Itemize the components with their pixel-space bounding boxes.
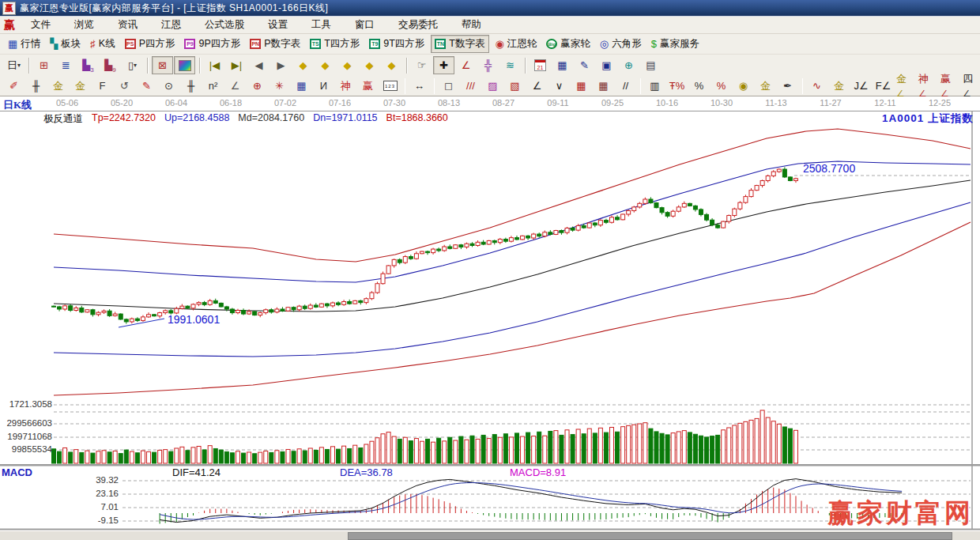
n-square-button[interactable]: n² [202,77,224,95]
wave-tool-button[interactable]: ≋ [499,56,521,74]
angle-lines-button[interactable]: ∠ [526,77,548,95]
ying-tool-button[interactable]: 赢 [357,77,379,95]
t-square-icon: TS [310,39,321,49]
menu-item-0[interactable]: 文件 [31,18,51,32]
zoom-out-button[interactable]: ◆ [381,56,402,74]
gann-wheel-button[interactable]: ◉江恩轮 [492,36,541,52]
nav-first-button[interactable]: |◀ [204,56,225,74]
chart-window-button[interactable]: ⊞ [33,56,55,74]
barcode-tool-button[interactable]: ▥ [644,77,665,95]
gold-ruler-2-button[interactable]: 金 [70,77,91,95]
notes-button[interactable]: ✎ [574,56,595,74]
menu-item-1[interactable]: 浏览 [74,18,94,32]
menu-item-7[interactable]: 窗口 [355,18,375,32]
zoom-in-button[interactable]: ◆ [359,56,380,74]
hexagon-button[interactable]: ◎六角形 [597,36,645,52]
percent-button[interactable]: % [688,77,710,95]
gold-line-icon: 金 [760,79,771,93]
pane-grid-button[interactable]: ⊠ [152,56,173,74]
gold-line-button[interactable]: 金 [755,77,776,95]
hand-tool-button[interactable]: ☞ [411,56,432,74]
calculator-button[interactable]: ▦ [552,56,573,74]
info-panel-button[interactable]: ≣ [55,56,77,74]
shen-tool-button[interactable]: 神 [335,77,356,95]
spider-web-button[interactable]: ✳ [269,77,290,95]
save-button[interactable]: ▣ [596,56,617,74]
menu-item-6[interactable]: 工具 [311,18,331,32]
angle-si-button[interactable]: 四∠ [961,77,980,95]
crosshair-tool-button[interactable]: ✚ [433,56,454,74]
f-ruler-button[interactable]: F [92,77,113,95]
zoom-both-button[interactable]: ◆ [337,56,358,74]
winner-wheel-label: 赢家轮 [560,37,590,51]
menu-item-5[interactable]: 设置 [268,18,288,32]
9t-square-button[interactable]: T99T四方形 [366,36,428,52]
wave-a-button[interactable]: ∿ [806,77,827,95]
t-number-table-button[interactable]: TNT数字表 [431,35,488,53]
menu-item-3[interactable]: 江恩 [161,18,181,32]
horizontal-scrollbar[interactable] [0,531,980,540]
squares-3-button[interactable]: ▙3 [77,56,99,74]
angle-j-button[interactable]: J∠ [850,77,872,95]
fan-grid-button[interactable]: ▧ [504,77,526,95]
zoom-left-button[interactable]: ◆ [292,56,314,74]
angle-shen-button[interactable]: 神∠ [917,77,938,95]
zoom-right-button[interactable]: ◆ [315,56,336,74]
grid-red-button[interactable]: ▦ [571,77,592,95]
scrollbar-thumb[interactable] [348,532,952,540]
candle-style-button[interactable]: ▯▾ [122,56,143,74]
period-day-selector-button[interactable]: 日▾ [3,56,24,74]
winner-wheel-button[interactable]: Big赢家轮 [543,36,594,52]
target-circle-button[interactable]: ⊕ [247,77,268,95]
t-square-button[interactable]: TST四方形 [307,36,363,52]
gold-circle-button[interactable]: ◉ [733,77,754,95]
parallel-lines-button[interactable]: // [615,77,636,95]
angle-ying-button[interactable]: 赢∠ [939,77,960,95]
red-pencil-button[interactable]: ✎ [136,77,157,95]
percent-t-button[interactable]: Ŧ% [666,77,688,95]
i-mark-button[interactable]: И [313,77,334,95]
angle-f-button[interactable]: F∠ [873,77,894,95]
p-square-button[interactable]: PSP四方形 [122,36,179,52]
nav-last-button[interactable]: ▶| [226,56,247,74]
export-button[interactable]: ▤ [640,56,662,74]
width-measure-button[interactable]: ↔ [409,77,430,95]
gann-frame-tool-button[interactable]: ╬ [477,56,499,74]
squares-9-button[interactable]: ▙9 [100,56,121,74]
grid-web-button[interactable]: ▦ [291,77,312,95]
box-frame-button[interactable]: ◻ [438,77,459,95]
world-time-button[interactable]: ⊕ [618,56,639,74]
color-chart-button[interactable] [174,56,195,74]
9p-square-button[interactable]: P99P四方形 [181,36,243,52]
menu-item-9[interactable]: 帮助 [462,18,481,32]
menu-item-8[interactable]: 交易委托 [398,18,438,32]
gold-ruler-1-button[interactable]: 金 [47,77,69,95]
p-number-table-button[interactable]: PNP数字表 [247,36,303,52]
draw-pen-button[interactable]: ✐ [3,77,24,95]
menu-item-2[interactable]: 资讯 [118,18,138,32]
menu-item-4[interactable]: 公式选股 [205,18,244,32]
ink-pen-button[interactable]: ✒ [777,77,798,95]
kline-button[interactable]: ♯K线 [87,36,118,52]
ray-fan-button[interactable]: /// [460,77,481,95]
angle-gold-button[interactable]: 金∠ [895,77,916,95]
nav-next-button[interactable]: ▶ [270,56,292,74]
calendar-button[interactable]: 21 [530,56,551,74]
cycle-clock-button[interactable]: ⊙ [158,77,179,95]
percent-line-button[interactable]: % [710,77,732,95]
angle-fan-button[interactable]: ∠ [224,77,246,95]
nav-prev-button[interactable]: ◀ [248,56,270,74]
ruler-123-button[interactable]: 123 [379,77,401,95]
v-lines-button[interactable]: ∨ [548,77,570,95]
fan-magenta-button[interactable]: ▨ [482,77,503,95]
quotes-button[interactable]: ▦行情 [5,36,43,52]
angle-tool-button[interactable]: ∠ [455,56,477,74]
gann-wheel-label: 江恩轮 [507,37,537,51]
ruler-2-button[interactable]: ╫ [180,77,202,95]
grid-arrow-button[interactable]: ▦ [593,77,614,95]
gann-ruler-button[interactable]: ╫ [25,77,47,95]
spiral-tool-button[interactable]: ↺ [114,77,135,95]
sectors-button[interactable]: ▚板块 [47,36,84,52]
gold-box-button[interactable]: 金 [828,77,850,95]
winner-service-button[interactable]: $赢家服务 [648,36,703,52]
